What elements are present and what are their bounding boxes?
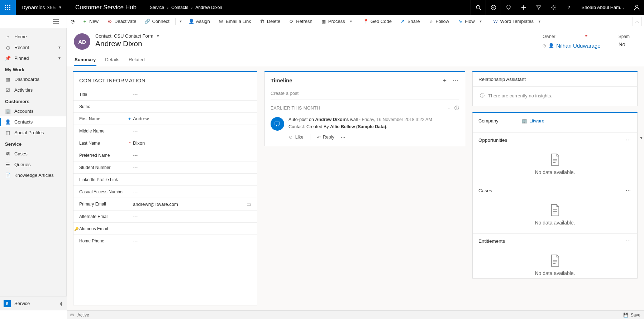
nav-activities[interactable]: ☑Activities [0, 84, 66, 95]
timeline-add-button[interactable]: ＋ [442, 77, 448, 84]
field-label: LinkedIn Profile Link [79, 177, 133, 182]
recent-dropdown[interactable]: ◔ [67, 15, 78, 28]
field-last-name[interactable]: Last Name*Dixon [73, 137, 257, 149]
process-button[interactable]: ▦Process▼ [317, 15, 359, 28]
area-badge: S [4, 300, 11, 307]
timeline-more-button[interactable]: ⋯ [453, 77, 459, 84]
tab-details[interactable]: Details [104, 55, 120, 66]
nav-home[interactable]: ⌂Home [0, 31, 66, 42]
svg-point-11 [491, 5, 496, 10]
field-label: Primary Email [79, 202, 133, 207]
mail-status-icon[interactable]: ✉ [70, 313, 74, 318]
reply-button[interactable]: ↶Reply [317, 135, 334, 140]
flow-button[interactable]: ∿Flow▼ [453, 15, 488, 28]
add-button[interactable] [516, 0, 531, 15]
deactivate-button[interactable]: ⊘Deactivate [103, 15, 140, 28]
field-value: --- [133, 165, 251, 170]
refresh-button[interactable]: ⟳Refresh [285, 15, 317, 28]
field-linkedin[interactable]: LinkedIn Profile Link--- [73, 174, 257, 186]
cases-more-button[interactable]: ⋯ [626, 188, 631, 193]
assign-button[interactable]: 👤Assign [185, 15, 214, 28]
area-switcher[interactable]: S Service ▲▼ [0, 296, 67, 310]
filter-button[interactable] [531, 0, 546, 15]
header-field-spam[interactable]: Spam No [619, 34, 630, 49]
field-middle-name[interactable]: Middle Name--- [73, 125, 257, 137]
brand-label: Dynamics 365 [22, 4, 56, 10]
nav-social-profiles[interactable]: ◫Social Profiles [0, 127, 66, 138]
nav-queues[interactable]: ☰Queues [0, 159, 66, 170]
field-student-number[interactable]: Student Number--- [73, 161, 257, 174]
app-launcher-button[interactable] [0, 0, 16, 15]
opportunities-empty: No data available. [473, 147, 637, 183]
brand-dropdown[interactable]: Dynamics 365 ▼ [16, 0, 68, 15]
tab-summary[interactable]: Summary [74, 55, 96, 66]
help-button[interactable]: ? [561, 0, 576, 15]
expand-pane-button[interactable]: ▼ [639, 136, 643, 140]
nav-accounts[interactable]: 🏢Accounts [0, 106, 66, 116]
field-alternate-email[interactable]: Alternate Email--- [73, 211, 257, 223]
task-button[interactable] [486, 0, 501, 15]
nav-home-label: Home [14, 34, 27, 39]
delete-label: Delete [267, 19, 281, 24]
geocode-button[interactable]: 📍Geo Code [359, 15, 396, 28]
nav-recent[interactable]: ◷Recent▼ [0, 42, 66, 53]
nav-dashboards[interactable]: ▦Dashboards [0, 74, 66, 84]
post-more-button[interactable]: ⋯ [341, 135, 346, 140]
person-icon: 👤 [5, 119, 11, 125]
field-first-name[interactable]: First Name+Andrew [73, 113, 257, 125]
save-button[interactable]: 💾Save [623, 313, 640, 318]
updown-icon: ▲▼ [59, 301, 63, 306]
field-preferred-name[interactable]: Preferred Name--- [73, 149, 257, 161]
breadcrumb-service[interactable]: Service [150, 5, 164, 10]
social-icon: ◫ [5, 130, 11, 135]
chevron-down-icon: ▼ [58, 45, 61, 49]
user-name[interactable]: Shoaib Abdul Ham... [576, 0, 629, 15]
opportunities-more-button[interactable]: ⋯ [626, 137, 631, 143]
email-link-button[interactable]: ✉Email a Link [214, 15, 256, 28]
field-title[interactable]: Title--- [73, 88, 257, 101]
collapse-header-button[interactable]: ︿ [633, 17, 642, 26]
create-post-input[interactable]: Create a post [271, 88, 459, 100]
share-button[interactable]: ↗Share [396, 15, 424, 28]
sidebar-toggle-button[interactable] [49, 16, 63, 27]
owner-link[interactable]: Nilhan Uduwarage [556, 43, 600, 49]
field-home-phone[interactable]: Home Phone--- [73, 235, 257, 247]
connect-label: Connect [152, 19, 169, 24]
share-icon: ↗ [400, 19, 405, 24]
word-templates-button[interactable]: WWord Templates▼ [489, 15, 548, 28]
new-button[interactable]: ＋New [78, 15, 103, 28]
nav-knowledge[interactable]: 📄Knowledge Articles [0, 170, 66, 180]
global-topbar: Dynamics 365 ▼ Customer Service Hub Serv… [0, 0, 644, 15]
connect-button[interactable]: 🔗Connect [140, 15, 173, 28]
settings-button[interactable] [546, 0, 561, 15]
svg-point-9 [476, 5, 480, 9]
timeline-sort-button[interactable]: ↓ [448, 105, 450, 111]
form-selector[interactable]: Contact: CSU Contact Form▼ [95, 33, 160, 39]
field-casual-access[interactable]: Casual Access Number--- [73, 186, 257, 198]
header-field-owner[interactable]: Owner * ◷👤Nilhan Uduwarage [543, 34, 600, 49]
nav-cases[interactable]: 🛠Cases [0, 148, 66, 159]
timeline-post: Auto-post on Andrew Dixon's wall - Frida… [265, 113, 465, 146]
entitlements-more-button[interactable]: ⋯ [626, 238, 631, 244]
card-icon[interactable]: ▭ [247, 201, 251, 207]
user-avatar-button[interactable] [629, 0, 644, 15]
field-alumnus-email[interactable]: 🔑Alumnus Email--- [73, 223, 257, 235]
save-icon: 💾 [623, 313, 629, 318]
tab-related[interactable]: Related [128, 55, 146, 66]
nav-contacts[interactable]: 👤Contacts [0, 116, 66, 127]
timeline-post-line1: Auto-post on Andrew Dixon's wall - Frida… [288, 117, 459, 122]
field-suffix[interactable]: Suffix--- [73, 101, 257, 113]
breadcrumb-contacts[interactable]: Contacts [171, 5, 188, 10]
dashboard-icon: ▦ [5, 76, 11, 82]
delete-button[interactable]: 🗑Delete [256, 15, 285, 28]
nav-pinned[interactable]: 📌Pinned▼ [0, 53, 66, 63]
connect-dropdown[interactable]: ▼ [177, 20, 185, 23]
field-primary-email[interactable]: Primary Emailandrewr@litware.com▭ [73, 198, 257, 211]
timeline-group-header: EARLIER THIS MONTH [271, 106, 448, 111]
like-button[interactable]: ☺Like [288, 135, 304, 140]
timeline-info-button[interactable]: ⓘ [454, 105, 459, 111]
insights-button[interactable] [501, 0, 516, 15]
search-button[interactable] [471, 0, 486, 15]
follow-button[interactable]: ☆Follow [424, 15, 454, 28]
company-value[interactable]: 🏢Litware [521, 118, 544, 124]
